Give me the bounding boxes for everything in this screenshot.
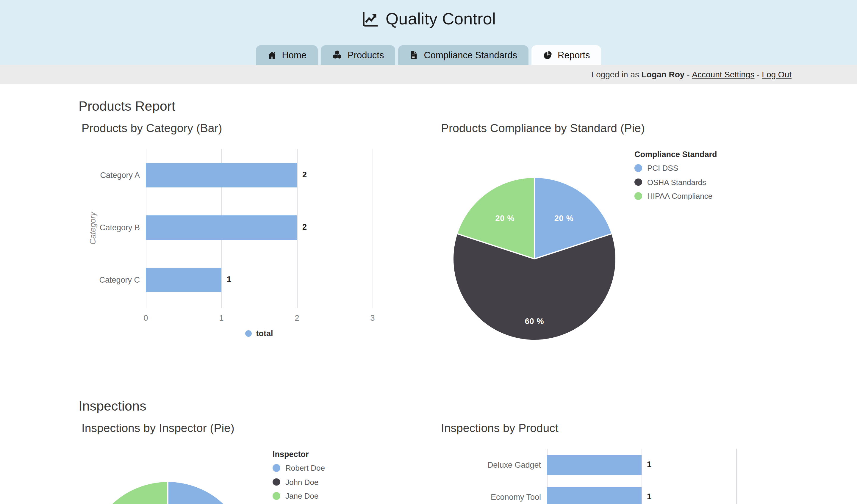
pie-slice-label-hipaa-compliance: 20 % (495, 214, 515, 223)
user-bar: Logged in as Logan Roy - Account Setting… (0, 65, 857, 84)
category-label-category-c: Category C (68, 275, 140, 284)
bar-category-c (146, 268, 221, 292)
legend-swatch-john-doe (273, 478, 280, 486)
bar-deluxe-gadget (547, 455, 641, 475)
app-title-text: Quality Control (386, 10, 496, 29)
account-settings-link[interactable]: Account Settings (692, 70, 754, 79)
bar-chart-inspections-by-product: Deluxe Gadget1Economy Tool1 (547, 449, 736, 504)
gridline (372, 149, 373, 308)
chart-pie-icon (543, 50, 552, 60)
legend-label: OSHA Standards (647, 178, 706, 187)
category-label-category-b: Category B (68, 223, 140, 232)
header: Quality Control Home (0, 0, 857, 65)
value-label-category-c: 1 (227, 274, 231, 284)
category-label-deluxe-gadget: Deluxe Gadget (465, 460, 541, 469)
tab-compliance-standards[interactable]: Compliance Standards (398, 45, 528, 65)
chart-title-inspections-by-product: Inspections by Product (441, 421, 558, 435)
chart-title-products-by-category: Products by Category (Bar) (82, 121, 222, 135)
chart-title-products-compliance: Products Compliance by Standard (Pie) (441, 121, 645, 135)
chart-line-icon (361, 10, 379, 28)
legend-swatch-robert-doe (273, 465, 280, 472)
bar-chart-legend: total (146, 329, 373, 338)
value-label-economy-tool: 1 (647, 492, 651, 501)
legend-item-john-doe: John Doe (273, 477, 325, 486)
legend-title: Compliance Standard (635, 150, 717, 159)
slice-divider (534, 233, 611, 259)
section-heading-products-report: Products Report (79, 99, 175, 114)
home-icon (267, 50, 276, 60)
tab-label: Reports (558, 50, 590, 61)
legend-swatch-hipaa-compliance (635, 192, 642, 200)
cubes-icon (332, 50, 342, 60)
x-tick-label: 2 (288, 314, 306, 322)
legend-label: Jane Doe (285, 491, 318, 501)
legend-label: PCI DSS (647, 164, 678, 172)
app-title: Quality Control (0, 10, 857, 29)
bar-category-b (146, 215, 297, 240)
legend-label: HIPAA Compliance (647, 191, 712, 201)
y-axis-label-category: Category (88, 192, 97, 264)
legend-swatch-osha-standards (635, 179, 642, 186)
x-tick-label: 1 (213, 314, 230, 322)
legend-swatch-jane-doe (273, 492, 280, 500)
legend-title: Inspector (273, 450, 325, 459)
bar-category-a (146, 163, 297, 187)
username: Logan Roy (641, 70, 685, 79)
slice-divider (534, 178, 535, 259)
tab-label: Compliance Standards (424, 50, 517, 61)
value-label-category-b: 2 (302, 222, 307, 231)
pie-chart-products-compliance: 20 %60 %20 % (454, 178, 616, 340)
separator: - (684, 70, 692, 79)
legend-item-pci-dss: PCI DSS (635, 164, 717, 172)
tab-reports[interactable]: Reports (532, 45, 601, 65)
pie-legend-compliance-standard: Compliance StandardPCI DSSOSHA Standards… (635, 150, 717, 206)
legend-label: total (256, 329, 273, 338)
app: Quality Control Home (0, 0, 857, 504)
pie-chart-inspections-by-inspector (87, 482, 249, 504)
legend-label: John Doe (285, 477, 318, 486)
section-heading-inspections: Inspections (79, 399, 146, 414)
value-label-deluxe-gadget: 1 (647, 460, 651, 469)
x-tick-label: 0 (137, 314, 155, 322)
legend-item-osha-standards: OSHA Standards (635, 178, 717, 187)
bar-chart-products-by-category: 0123Category A2Category B2Category C1 (146, 149, 373, 308)
slice-divider (457, 233, 535, 259)
bar-economy-tool (547, 487, 641, 504)
value-label-category-a: 2 (302, 170, 307, 179)
separator: - (754, 70, 762, 79)
legend-swatch-total (246, 330, 252, 337)
slice-divider (167, 482, 168, 504)
legend-swatch-pci-dss (635, 165, 642, 172)
pie-legend-inspector: InspectorRobert DoeJohn DoeJane Doe (273, 450, 325, 504)
legend-item-jane-doe: Jane Doe (273, 491, 325, 501)
tab-label: Home (282, 50, 306, 61)
legend-item-robert-doe: Robert Doe (273, 464, 325, 472)
gridline (736, 449, 737, 504)
category-label-economy-tool: Economy Tool (465, 492, 541, 501)
nav-tabs: Home Products (0, 45, 857, 65)
category-label-category-a: Category A (68, 170, 140, 180)
pie-slice-label-pci-dss: 20 % (554, 214, 574, 223)
chart-title-inspections-by-inspector: Inspections by Inspector (Pie) (82, 421, 235, 435)
logged-in-text: Logged in as (592, 70, 641, 79)
legend-item-hipaa-compliance: HIPAA Compliance (635, 191, 717, 201)
legend-label: Robert Doe (285, 464, 325, 472)
file-lines-icon (409, 51, 418, 60)
tab-home[interactable]: Home (256, 45, 318, 65)
pie-slice-label-osha-standards: 60 % (525, 317, 544, 325)
x-tick-label: 3 (364, 314, 382, 322)
tab-label: Products (348, 50, 384, 61)
tab-products[interactable]: Products (321, 45, 395, 65)
log-out-link[interactable]: Log Out (762, 70, 792, 79)
